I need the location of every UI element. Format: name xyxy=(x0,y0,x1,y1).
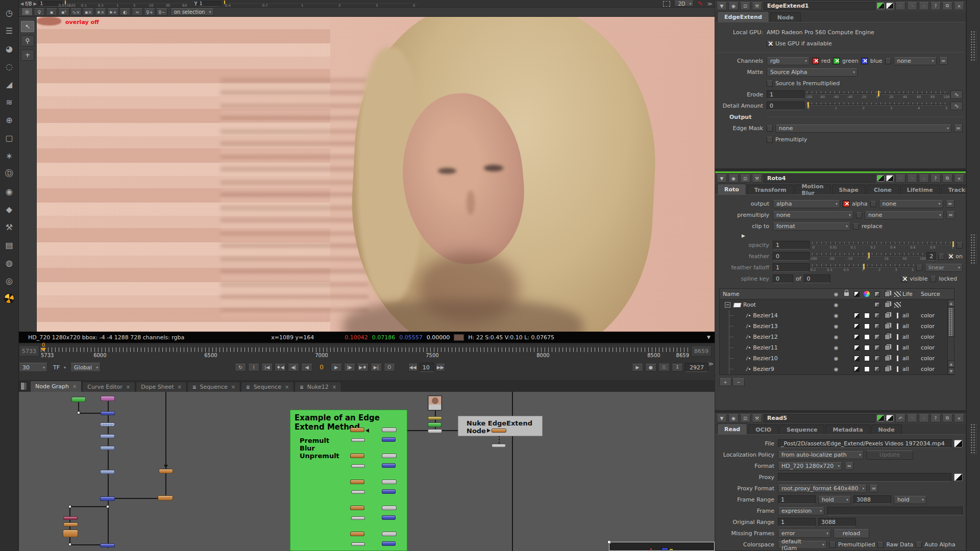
fstop-label[interactable]: f/8 xyxy=(25,1,32,7)
bezier-pen[interactable]: ⚲ xyxy=(21,35,34,46)
format-select[interactable]: HD_720 1280x720 xyxy=(778,462,842,470)
revert-icon[interactable]: ↺ xyxy=(919,2,929,10)
opacity-slider[interactable]: 00.010.10.20.40.60.81 xyxy=(812,240,954,250)
halftone-icon[interactable] xyxy=(874,302,880,308)
pixel-one-icon[interactable]: ▪¹ xyxy=(58,8,69,16)
graph-node[interactable] xyxy=(63,522,78,527)
halftone-icon[interactable] xyxy=(874,356,880,361)
rawdata-checkbox[interactable] xyxy=(877,542,884,548)
tab-read[interactable]: Read xyxy=(717,423,747,434)
wire-dot[interactable] xyxy=(106,505,109,508)
checker-icon[interactable] xyxy=(854,366,860,372)
feather-falloff-slider[interactable]: 0.20.30.51235 xyxy=(812,263,914,272)
colorspace-select[interactable]: default (Gam xyxy=(778,541,827,549)
life-value[interactable]: all xyxy=(902,323,921,330)
layers-icon[interactable] xyxy=(885,345,890,350)
reload-button[interactable]: reload xyxy=(834,529,869,538)
checker-icon[interactable] xyxy=(854,313,860,318)
source-value[interactable]: color xyxy=(921,312,947,319)
roto-shape-row[interactable]: ∕•Bezier9◉allcolor xyxy=(720,364,954,374)
graph-node[interactable] xyxy=(382,480,397,484)
prev-keyframe-button[interactable]: ♦◀ xyxy=(275,364,286,371)
monitor-icon[interactable]: ⊡ xyxy=(740,414,750,422)
panel-gutter[interactable] xyxy=(966,0,980,551)
eye-icon[interactable]: ◉ xyxy=(834,356,839,361)
tab-metadata[interactable]: Metadata xyxy=(825,424,870,434)
close-icon[interactable]: × xyxy=(285,384,289,390)
falloff-box[interactable] xyxy=(916,265,922,271)
panel-title[interactable]: Read5 xyxy=(764,414,875,422)
graph-node[interactable] xyxy=(100,496,115,501)
redo-icon[interactable]: ↷ xyxy=(907,174,917,183)
channels-equals-button[interactable]: = xyxy=(939,57,948,65)
close-icon[interactable]: × xyxy=(126,384,130,390)
graph-node[interactable] xyxy=(382,541,396,546)
pixel-delete-icon[interactable]: ▪× xyxy=(83,8,94,16)
layers-icon[interactable] xyxy=(885,366,890,372)
undo-icon[interactable]: ↶ xyxy=(895,414,905,422)
frame-range-end-input[interactable]: 3088 xyxy=(853,495,891,504)
frame-range-hold2-select[interactable]: hold xyxy=(894,496,926,504)
flipbook-button[interactable]: ▶ xyxy=(632,364,643,371)
frame-expression-input[interactable] xyxy=(827,507,963,515)
help-icon[interactable]: ? xyxy=(930,2,941,10)
spline-key-total-input[interactable]: 0 xyxy=(804,274,830,283)
scroll-down-icon[interactable]: ▼ xyxy=(948,368,954,374)
undo-icon[interactable]: ↶ xyxy=(895,174,905,183)
add-points[interactable]: + xyxy=(21,49,34,61)
roto-alpha-checkbox[interactable] xyxy=(843,201,849,207)
key-icon[interactable]: ♀ xyxy=(34,8,45,16)
wire-dot[interactable] xyxy=(77,411,80,414)
roto-clipto-select[interactable]: format xyxy=(773,222,850,231)
skip-to-start-button[interactable]: |◀ xyxy=(261,364,273,371)
minimap-handle[interactable] xyxy=(607,540,611,544)
original-start-input[interactable]: 1 xyxy=(778,518,816,527)
gain-slider[interactable]: 0.0156250.10.313103064 xyxy=(65,1,187,7)
opacity-anim-box[interactable] xyxy=(957,242,963,248)
eye-icon[interactable]: ◉ xyxy=(834,313,839,318)
other-icon[interactable]: ▤ xyxy=(3,239,15,251)
timeline-ruler[interactable]: 57336000650070007500800085008659 0 xyxy=(41,344,689,360)
graph-node[interactable] xyxy=(63,516,78,520)
frame-zero-button[interactable]: O xyxy=(384,364,395,371)
graph-node[interactable] xyxy=(382,428,397,432)
life-column-header[interactable]: Life xyxy=(902,291,921,297)
life-value[interactable]: all xyxy=(902,334,921,340)
next-keyframe-button[interactable]: ▶♦ xyxy=(357,364,369,371)
revert-icon[interactable]: ↺ xyxy=(919,414,929,422)
graph-node[interactable] xyxy=(351,464,365,468)
update-button[interactable]: Update xyxy=(866,450,913,460)
revert-icon[interactable]: ↺ xyxy=(919,174,929,183)
life-value[interactable]: all xyxy=(902,355,921,362)
proxy-format-select[interactable]: root.proxy_format 640x480 xyxy=(778,485,867,493)
source-value[interactable]: color xyxy=(921,355,947,362)
slider-handle[interactable] xyxy=(807,102,809,108)
wrench-icon[interactable]: ⚒ xyxy=(752,414,762,422)
graph-node[interactable] xyxy=(100,434,115,438)
curve-delete-icon[interactable]: ∿× xyxy=(70,8,82,16)
scroll-up-icon[interactable]: ▲ xyxy=(948,300,954,307)
graph-node[interactable] xyxy=(382,532,397,536)
source-value[interactable]: color xyxy=(921,334,947,340)
skip-to-end-button[interactable]: ▶| xyxy=(371,364,382,371)
frame-mode-select[interactable]: expression xyxy=(778,507,824,515)
erode-curve-button[interactable]: ∿ xyxy=(950,90,963,99)
gutter-grip[interactable] xyxy=(970,31,976,61)
keyer-icon[interactable]: ◢ xyxy=(3,79,15,90)
playhead[interactable]: 0 xyxy=(41,344,48,360)
graph-node[interactable] xyxy=(351,438,365,442)
feather-extra-field[interactable]: 2 xyxy=(926,252,936,261)
marquee-icon[interactable] xyxy=(663,1,670,7)
tab-roto[interactable]: Roto xyxy=(717,184,746,194)
gutter-grip[interactable] xyxy=(970,423,976,454)
star-delete-icon[interactable]: ★× xyxy=(95,8,106,16)
source-value[interactable]: color xyxy=(921,344,947,351)
eye-icon[interactable]: ◉ xyxy=(834,334,839,340)
roto-premultiply-checkbox[interactable] xyxy=(856,212,862,218)
scroll-up2-icon[interactable]: ▲ xyxy=(948,361,954,367)
select-arrow[interactable]: ↖ xyxy=(21,21,34,32)
render-button[interactable]: ● xyxy=(645,364,656,371)
timeline-right-field[interactable]: 2927 xyxy=(685,363,708,372)
autoalpha-checkbox[interactable] xyxy=(916,542,922,548)
tab-node[interactable]: Node xyxy=(770,12,801,22)
